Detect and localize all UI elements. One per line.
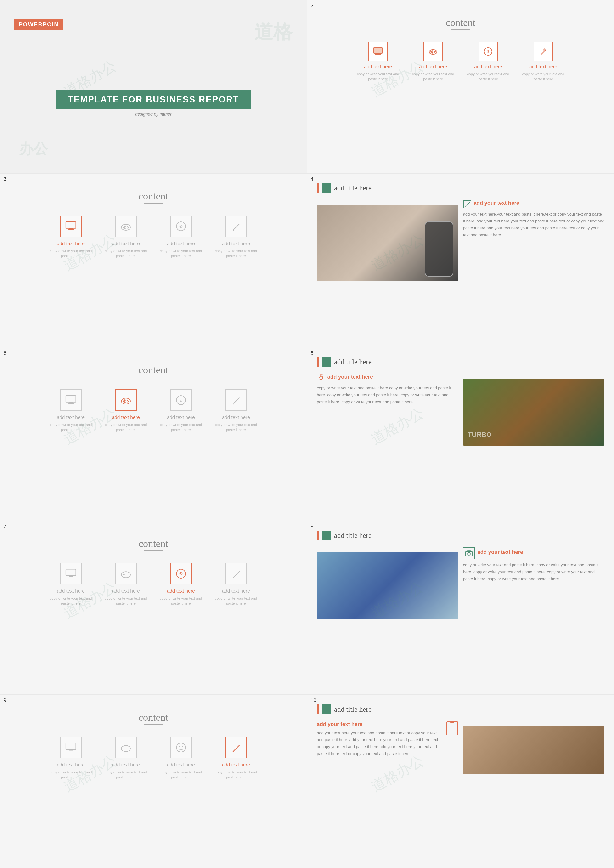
slide-7-icon-grid: add text here copy or write your text an… — [49, 563, 257, 606]
svg-point-25 — [124, 228, 126, 229]
svg-point-60 — [180, 573, 181, 574]
icon-label-7-4: add text here — [222, 589, 250, 594]
slide-3-underline — [144, 203, 163, 203]
icon-box-3-cd — [170, 216, 192, 237]
icon-desc-3-2: copy or write your text and paste it her… — [104, 248, 147, 258]
icon-box-5-monitor — [60, 389, 82, 411]
icon-label-9-3: add text here — [167, 762, 195, 768]
slide-5: 5 content add text here copy or write yo… — [0, 348, 307, 520]
slide-6-title: add title here — [334, 358, 372, 366]
title-accent-bar-6 — [317, 357, 319, 366]
icon-item-5-3: add text here copy or write your text an… — [160, 389, 203, 432]
icon-item-3-3: add text here copy or write your text an… — [160, 216, 203, 258]
svg-rect-21 — [68, 230, 74, 230]
icon-box-gamepad — [423, 42, 443, 61]
svg-line-61 — [233, 571, 239, 577]
slide-10-photo — [463, 726, 605, 774]
title-accent-bar-4 — [317, 183, 319, 193]
slide-8-photo — [317, 552, 458, 619]
icon-item-9-1: add text here copy or write your text an… — [49, 737, 92, 779]
svg-rect-55 — [69, 576, 73, 577]
svg-point-69 — [177, 743, 186, 752]
icon-label-3-4: add text here — [222, 241, 250, 246]
slide-4: 4 add title here add your text here add … — [307, 174, 614, 347]
svg-line-72 — [233, 745, 239, 751]
svg-point-31 — [180, 226, 181, 227]
slide-4-content-body: add your text here.your text and paste i… — [463, 211, 605, 239]
svg-rect-74 — [447, 722, 458, 735]
svg-rect-67 — [69, 750, 73, 750]
slide-number-10: 10 — [311, 697, 316, 703]
svg-point-49 — [180, 400, 181, 401]
icon-box-monitor — [368, 42, 388, 61]
slide-6: 6 add title here add your text here copy… — [307, 348, 614, 520]
svg-point-15 — [488, 51, 488, 52]
slide-number-9: 9 — [3, 697, 6, 703]
icon-desc-7-4: copy or write your text and paste it her… — [214, 596, 257, 606]
icon-box-9-face — [170, 737, 192, 758]
icon-desc-3-4: copy or write your text and paste it her… — [214, 248, 257, 258]
slide-number-1: 1 — [3, 2, 6, 9]
slide-number-8: 8 — [311, 523, 313, 529]
slide-8: 8 add title here add your text here copy… — [307, 521, 614, 694]
icon-label-9-4: add text here — [222, 762, 250, 768]
svg-point-57 — [123, 574, 124, 575]
icon-desc-5-3: copy or write your text and paste it her… — [160, 422, 203, 432]
icon-desc-5-4: copy or write your text and paste it her… — [214, 422, 257, 432]
svg-rect-3 — [374, 48, 382, 53]
title-accent-block-8 — [322, 531, 331, 540]
title-accent-bar-10 — [317, 705, 319, 714]
slide-4-title: add title here — [334, 184, 372, 192]
slide-7-underline — [144, 551, 163, 551]
slide-7-heading: content — [139, 538, 168, 549]
svg-rect-39 — [68, 403, 74, 404]
icon-desc-1: copy or write your text and paste it her… — [357, 71, 400, 81]
icon-label-9-2: add text here — [112, 762, 140, 768]
title-accent-block-6 — [322, 357, 331, 366]
notepad-icon-10 — [446, 721, 458, 736]
slide-9-underline — [144, 724, 163, 725]
icon-item-7-4: add text here copy or write your text an… — [214, 563, 257, 606]
svg-rect-66 — [66, 743, 76, 750]
icon-label-5-2: add text here — [112, 415, 140, 420]
svg-point-27 — [128, 227, 129, 228]
slide-7: 7 content add text here copy or write yo… — [0, 521, 307, 694]
svg-point-26 — [127, 226, 128, 227]
slide-8-title: add title here — [334, 531, 372, 539]
icon-item-9-4: add text here copy or write your text an… — [214, 737, 257, 779]
icon-label-4: add text here — [529, 64, 557, 70]
icon-desc-5-2: copy or write your text and paste it her… — [104, 422, 147, 432]
svg-point-70 — [179, 746, 180, 747]
slide-4-text-area: add your text here add your text here.yo… — [463, 200, 605, 239]
slide-10-text-area: add your text here add your text here.yo… — [317, 721, 458, 758]
icon-box-7-gamepad — [115, 563, 137, 584]
edit-icon-4 — [463, 200, 471, 208]
icon-desc-3-3: copy or write your text and paste it her… — [160, 248, 203, 258]
icon-desc-9-4: copy or write your text and paste it her… — [214, 770, 257, 779]
icon-desc-9-3: copy or write your text and paste it her… — [160, 770, 203, 779]
slide-8-icon-row: add your text here — [463, 547, 605, 559]
title-accent-block-4 — [322, 183, 331, 193]
icon-label-3-3: add text here — [167, 241, 195, 246]
icon-box-9-gamepad — [115, 737, 137, 758]
slide-8-content-heading: add your text here — [477, 549, 523, 555]
svg-rect-38 — [69, 402, 73, 403]
svg-rect-20 — [69, 228, 73, 230]
slide-3-heading: content — [139, 190, 168, 202]
icon-desc-3-1: copy or write your text and paste it her… — [49, 248, 92, 258]
slide-4-content-heading: add your text here — [473, 200, 519, 206]
icon-label-5-1: add text here — [57, 415, 85, 420]
icon-label-5-4: add text here — [222, 415, 250, 420]
icon-label-3-2: add text here — [112, 241, 140, 246]
svg-rect-19 — [66, 222, 76, 228]
slide-number-7: 7 — [3, 523, 6, 529]
svg-line-50 — [233, 398, 239, 404]
slide-2: 2 content add text here copy or write yo… — [307, 0, 614, 173]
icon-desc-9-2: copy or write your text and paste it her… — [104, 770, 147, 779]
icon-desc-7-3: copy or write your text and paste it her… — [160, 596, 203, 606]
icon-label-7-3: add text here — [167, 589, 195, 594]
icon-item-7-1: add text here copy or write your text an… — [49, 563, 92, 606]
icon-item-3: add text here copy or write your text an… — [467, 42, 510, 81]
icon-desc-2: copy or write your text and paste it her… — [411, 71, 454, 81]
camera-icon-8 — [463, 547, 475, 559]
